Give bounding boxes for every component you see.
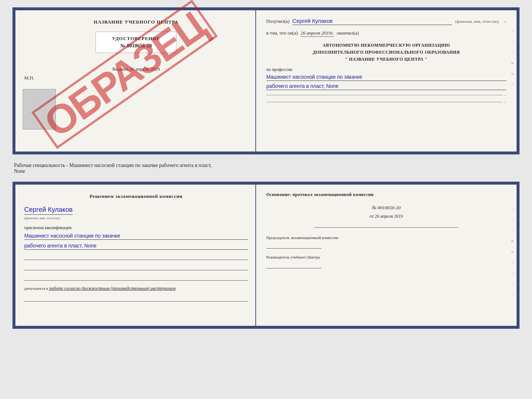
qual-line1: Машинист насосной станции по закачке — [24, 233, 248, 240]
profession-line1: Машинист насосной станции по закачке — [266, 74, 506, 81]
bot-side-marks: – – – и а ← – – – — [511, 207, 515, 296]
center-title: НАЗВАНИЕ УЧЕБНОГО ЦЕНТРА — [94, 19, 179, 25]
org-block: АВТОНОМНУЮ НЕКОММЕРЧЕСКУЮ ОРГАНИЗАЦИЮ ДО… — [266, 42, 506, 63]
udost-number: № 0010656-20 — [102, 43, 170, 49]
org-line2: ДОПОЛНИТЕЛЬНОГО ПРОФЕССИОНАЛЬНОГО ОБРАЗО… — [266, 49, 506, 56]
udostoverenie-box: УДОСТОВЕРЕНИЕ № 0010656-20 — [96, 32, 176, 53]
poluchil-value: Сергей Кулаков — [292, 18, 452, 25]
specialty-line2: None — [14, 168, 25, 174]
bot-date-value: 26 апреля 2019 — [375, 214, 403, 219]
org-line1: АВТОНОМНУЮ НЕКОММЕРЧЕСКУЮ ОРГАНИЗАЦИЮ — [266, 42, 506, 49]
underline-2 — [24, 263, 248, 270]
doc-left-panel: НАЗВАНИЕ УЧЕБНОГО ЦЕНТРА ОБРАЗЕЦ УДОСТОВ… — [15, 10, 256, 152]
org-line3: " НАЗВАНИЕ УЧЕБНОГО ЦЕНТРА " — [266, 56, 506, 63]
bot-right-title: Основание: протокол экзаменационной коми… — [266, 192, 506, 197]
underline-1 — [24, 253, 248, 260]
bot-number: № 0010656-20 — [266, 205, 506, 211]
photo-placeholder — [23, 89, 56, 129]
dopusk-row: допускается к работе согласно должностны… — [24, 286, 248, 291]
rukovoditel-signline — [266, 262, 321, 268]
specialty-text: Рабочая специальность - Машинист насосно… — [12, 161, 520, 175]
dopusk-label: допускается к — [24, 286, 48, 291]
underline-3 — [24, 273, 248, 281]
document-top: НАЗВАНИЕ УЧЕБНОГО ЦЕНТРА ОБРАЗЕЦ УДОСТОВ… — [12, 7, 520, 154]
vydano-date: 26 апреля 2019 — [129, 66, 160, 72]
underline-4 — [24, 294, 248, 302]
predsedatel-label: Председатель экзаменационной комиссии — [266, 235, 506, 241]
predsedatel-signline — [266, 242, 321, 249]
fio-hint-top: (фамилия, имя, отчество) — [455, 19, 499, 24]
dash-line-2: – — [266, 99, 506, 105]
vtom-label: в том, что он(а) — [266, 30, 298, 36]
vtom-row: в том, что он(а) 26 апреля 2019г. окончи… — [266, 30, 506, 37]
poluchil-row: Получил(a) Сергей Кулаков (фамилия, имя,… — [266, 18, 506, 25]
okonchil-label: окончил(а) — [337, 30, 359, 36]
vtom-date: 26 апреля 2019г. — [301, 30, 334, 37]
bot-date-line: от 26 апреля 2019 — [266, 214, 506, 219]
doc-right-panel: Получил(a) Сергей Кулаков (фамилия, имя,… — [256, 10, 517, 152]
qual-line2: рабочего агента в пласт, None — [24, 243, 248, 250]
bot-date-prefix: от — [370, 214, 374, 219]
right-side-marks: – – – и а ← — [511, 29, 515, 86]
bot-title: Решением экзаменационной комиссии — [24, 193, 248, 199]
bot-fio-hint: (фамилия, имя, отчество) — [24, 216, 248, 220]
dash-line-1: – — [266, 92, 506, 98]
bot-right-panel: Основание: протокол экзаменационной коми… — [256, 185, 517, 326]
poluchil-label: Получил(a) — [266, 18, 290, 24]
udost-label: УДОСТОВЕРЕНИЕ — [102, 36, 170, 42]
vydano-label: Выдано — [112, 66, 128, 72]
document-bottom: Решением экзаменационной комиссии Сергей… — [12, 182, 520, 329]
po-professii-label: по профессии — [266, 67, 506, 72]
bot-left-panel: Решением экзаменационной комиссии Сергей… — [15, 185, 256, 326]
vydano-line: Выдано 26 апреля 2019 — [112, 66, 160, 72]
bot-name-cursive: Сергей Кулаков — [24, 206, 73, 215]
mp-line: М.П. — [24, 75, 34, 81]
prisvoena-label: присвоена квалификация — [24, 225, 248, 231]
dopusk-value: работе согласно должностным (производств… — [49, 286, 176, 291]
specialty-line1: Рабочая специальность - Машинист насосно… — [14, 163, 212, 168]
rukovoditel-label: Руководитель учебного Центра — [266, 254, 506, 260]
profession-line2: рабочего агента в пласт, None — [266, 83, 506, 90]
bot-dash-date — [314, 227, 458, 228]
